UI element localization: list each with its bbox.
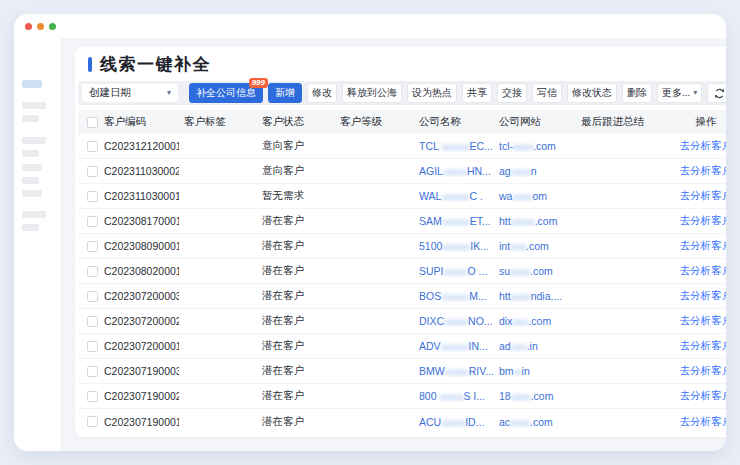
- company-website-cell[interactable]: httxxxxxndia....: [494, 290, 576, 302]
- complete-company-info-button[interactable]: 补全公司信息 999: [189, 83, 263, 103]
- redacted-text: xxxxxxx: [442, 242, 470, 252]
- row-checkbox[interactable]: [87, 266, 98, 277]
- zoom-window-icon[interactable]: [49, 23, 56, 30]
- company-name-cell[interactable]: WALxxxxxxxC .: [414, 190, 494, 202]
- row-checkbox-cell: [78, 191, 99, 202]
- analyze-customer-link[interactable]: 去分析客户: [679, 164, 726, 176]
- leads-panel: 线索一键补全 创建日期 ▾ 补全公司信息 999 新增 修改释放到公海: [75, 47, 726, 437]
- add-new-button[interactable]: 新增: [268, 83, 302, 103]
- company-name-cell[interactable]: 5100xxxxxxxIK...: [414, 240, 494, 252]
- row-checkbox[interactable]: [87, 366, 98, 377]
- redacted-text: xx: [514, 367, 522, 377]
- customer-code-cell: C202311030002: [99, 165, 179, 177]
- date-filter-select[interactable]: 创建日期 ▾: [81, 83, 179, 103]
- sidebar: [14, 38, 62, 451]
- page-header: 线索一键补全: [78, 47, 726, 81]
- company-name-cell[interactable]: 800 xxxxxxS I...: [414, 390, 494, 402]
- toolbar-button-release-to-public-pool[interactable]: 释放到公海: [342, 83, 402, 103]
- select-all-checkbox[interactable]: [87, 117, 98, 128]
- toolbar-button-write-letter[interactable]: 写信: [532, 83, 562, 103]
- row-checkbox[interactable]: [87, 341, 98, 352]
- sidebar-skeleton-item-active[interactable]: [22, 80, 42, 88]
- row-checkbox[interactable]: [87, 216, 98, 227]
- row-checkbox[interactable]: [87, 141, 98, 152]
- company-name-cell[interactable]: SAMxxxxxxxET...: [414, 215, 494, 227]
- company-name-cell[interactable]: BOSxxxxxxxM...: [414, 290, 494, 302]
- sidebar-skeleton-item[interactable]: [22, 177, 39, 184]
- complete-company-info-label: 补全公司信息: [196, 86, 256, 100]
- company-website-cell[interactable]: bmxxin: [494, 365, 576, 377]
- analyze-customer-link[interactable]: 去分析客户: [679, 189, 726, 201]
- toolbar: 创建日期 ▾ 补全公司信息 999 新增 修改释放到公海设为热点共享交接写信修改…: [78, 81, 726, 105]
- company-website-cell[interactable]: adxxxx.in: [494, 340, 576, 352]
- sidebar-skeleton-item[interactable]: [22, 224, 39, 231]
- toolbar-button-handover[interactable]: 交接: [497, 83, 527, 103]
- company-website-cell[interactable]: httxxxxxx.com: [494, 215, 576, 227]
- analyze-customer-link[interactable]: 去分析客户: [679, 389, 726, 401]
- sync-button[interactable]: [707, 83, 726, 103]
- sidebar-skeleton-item[interactable]: [22, 137, 46, 144]
- table-row: C202307200003 潜在客户 BOSxxxxxxxM... httxxx…: [78, 284, 726, 309]
- row-checkbox[interactable]: [87, 241, 98, 252]
- company-name-cell[interactable]: ADVxxxxxxxIN...: [414, 340, 494, 352]
- redacted-text: xxxxxxx: [441, 342, 469, 352]
- company-website-cell[interactable]: agxxxxxn: [494, 165, 576, 177]
- company-website-cell[interactable]: dixxxxx.com: [494, 315, 576, 327]
- company-website-cell[interactable]: intxxxx.com: [494, 240, 576, 252]
- company-name-cell[interactable]: SUPIxxxxxxO ...: [414, 265, 494, 277]
- table-header: 客户编码客户标签客户状态客户等级公司名称公司网站最后跟进总结操作: [78, 110, 726, 134]
- sidebar-skeleton-item[interactable]: [22, 150, 39, 157]
- company-name-cell[interactable]: AGILxxxxxxHN...: [414, 165, 494, 177]
- row-checkbox[interactable]: [87, 316, 98, 327]
- minimize-window-icon[interactable]: [37, 23, 44, 30]
- company-website-cell[interactable]: tcl-xxxxx.com: [494, 140, 576, 152]
- sidebar-skeleton-item[interactable]: [22, 190, 42, 197]
- company-name-cell[interactable]: BMWxxxxxxRIV...: [414, 365, 494, 377]
- company-website-cell[interactable]: suxxxxx.com: [494, 265, 576, 277]
- company-website-cell[interactable]: 18xxxxx.com: [494, 390, 576, 402]
- row-checkbox[interactable]: [87, 416, 98, 427]
- analyze-customer-link[interactable]: 去分析客户: [679, 339, 726, 351]
- more-actions-button[interactable]: 更多... ▾: [657, 83, 702, 103]
- table-row: C202312120001 意向客户 TCL xxxxxxxEC... tcl-…: [78, 134, 726, 159]
- row-checkbox[interactable]: [87, 391, 98, 402]
- sidebar-skeleton-item[interactable]: [22, 211, 46, 218]
- column-header-customer-status: 客户状态: [257, 115, 335, 129]
- company-name-cell[interactable]: TCL xxxxxxxEC...: [414, 140, 494, 152]
- analyze-customer-link[interactable]: 去分析客户: [679, 415, 726, 427]
- analyze-customer-link[interactable]: 去分析客户: [679, 264, 726, 276]
- analyze-customer-link[interactable]: 去分析客户: [679, 139, 726, 151]
- company-website-cell[interactable]: acxxxxx.com: [494, 416, 576, 428]
- row-checkbox-cell: [78, 241, 99, 252]
- company-website-cell[interactable]: waxxxxxom: [494, 190, 576, 202]
- row-checkbox[interactable]: [87, 291, 98, 302]
- close-window-icon[interactable]: [25, 23, 32, 30]
- sidebar-skeleton-item[interactable]: [22, 102, 46, 109]
- toolbar-button-delete[interactable]: 删除: [622, 83, 652, 103]
- sidebar-skeleton-item[interactable]: [22, 164, 42, 171]
- toolbar-button-modify[interactable]: 修改: [307, 83, 337, 103]
- row-checkbox-cell: [78, 416, 99, 427]
- actions-cell: 去分析客户: [646, 339, 726, 353]
- row-checkbox[interactable]: [87, 191, 98, 202]
- toolbar-button-modify-status[interactable]: 修改状态: [567, 83, 617, 103]
- analyze-customer-link[interactable]: 去分析客户: [679, 314, 726, 326]
- actions-cell: 去分析客户: [646, 289, 726, 303]
- analyze-customer-link[interactable]: 去分析客户: [679, 239, 726, 251]
- redacted-text: xxxxxx: [443, 167, 467, 177]
- analyze-customer-link[interactable]: 去分析客户: [679, 289, 726, 301]
- company-name-cell[interactable]: ACUxxxxxxID...: [414, 416, 494, 428]
- company-name-cell[interactable]: DIXCxxxxxxNO...: [414, 315, 494, 327]
- sync-icon: [713, 87, 726, 100]
- customer-code-cell: C202308090001: [99, 240, 179, 252]
- row-checkbox[interactable]: [87, 166, 98, 177]
- redacted-text: xxxxxxx: [442, 217, 470, 227]
- analyze-customer-link[interactable]: 去分析客户: [679, 214, 726, 226]
- actions-cell: 去分析客户: [646, 239, 726, 253]
- analyze-customer-link[interactable]: 去分析客户: [679, 364, 726, 376]
- toolbar-button-share[interactable]: 共享: [462, 83, 492, 103]
- redacted-text: xxxxxxx: [441, 142, 469, 152]
- redacted-text: xxxx: [510, 242, 526, 252]
- toolbar-button-set-as-hotspot[interactable]: 设为热点: [407, 83, 457, 103]
- sidebar-skeleton-item[interactable]: [22, 115, 39, 122]
